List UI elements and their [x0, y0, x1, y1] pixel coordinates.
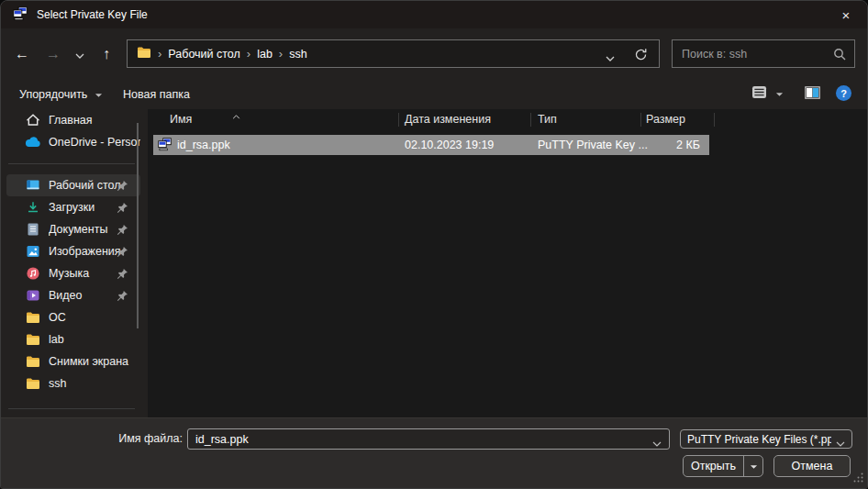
video-icon [25, 288, 41, 303]
back-button[interactable]: ← [8, 41, 36, 67]
sidebar-item-label: ssh [49, 377, 140, 390]
sidebar-item-onedrive[interactable]: OneDrive - Person [6, 131, 140, 153]
home-icon [25, 113, 41, 128]
refresh-icon[interactable] [634, 48, 648, 64]
window-title: Select Private Key File [37, 8, 148, 21]
address-dropdown-icon[interactable] [606, 51, 615, 64]
column-header-type[interactable]: Тип [538, 109, 557, 130]
navigation-pane: Главная OneDrive - Person Рабочий стол [1, 109, 148, 419]
file-row-selected[interactable]: id_rsa.ppk 02.10.2023 19:19 PuTTY Privat… [153, 135, 709, 155]
recent-locations-button[interactable] [69, 41, 91, 67]
sidebar-item-os-folder[interactable]: ОС [6, 306, 140, 328]
pictures-icon [25, 244, 41, 259]
file-size-cell: 2 КБ [676, 135, 700, 155]
breadcrumb-lab[interactable]: lab [257, 48, 273, 61]
pin-icon [117, 180, 128, 194]
resize-grip[interactable] [853, 472, 863, 485]
filename-combobox [187, 428, 670, 450]
sidebar-item-lab-folder[interactable]: lab [6, 328, 140, 350]
sidebar-item-label: Главная [49, 114, 140, 127]
file-type-filter-dropdown[interactable]: PuTTY Private Key Files (*.ppk) [680, 429, 852, 449]
open-split-button: Открыть [683, 455, 763, 477]
sidebar-item-home[interactable]: Главная [6, 109, 140, 131]
folder-icon [25, 310, 41, 325]
file-date-cell: 02.10.2023 19:19 [405, 135, 494, 155]
sort-ascending-icon [232, 109, 240, 122]
pin-icon [117, 290, 128, 305]
chevron-down-icon [775, 87, 784, 100]
views-button[interactable] [751, 85, 784, 102]
pin-icon [117, 224, 128, 239]
file-type-cell: PuTTY Private Key ... [538, 135, 648, 155]
chevron-down-icon [95, 88, 103, 101]
breadcrumb-separator: › [279, 47, 283, 61]
desktop-icon [25, 178, 41, 193]
pin-icon [117, 246, 128, 261]
music-icon [25, 266, 41, 281]
search-icon[interactable] [833, 48, 846, 63]
file-list-pane: Имя Дата изменения Тип Размер id_rsa.ppk… [148, 109, 868, 419]
downloads-icon [25, 200, 41, 215]
dialog-footer: Имя файла: PuTTY Private Key Files (*.pp… [1, 417, 867, 488]
putty-app-icon [13, 6, 28, 24]
column-header-name[interactable]: Имя [170, 109, 192, 130]
sidebar-item-label: OneDrive - Person [49, 136, 140, 149]
forward-button[interactable]: → [39, 41, 67, 67]
file-type-filter-value: PuTTY Private Key Files (*.ppk) [687, 433, 831, 446]
organize-label: Упорядочить [19, 88, 87, 101]
cancel-button[interactable]: Отмена [773, 455, 851, 477]
address-bar[interactable]: › Рабочий стол › lab › ssh [127, 39, 660, 68]
close-button[interactable]: × [825, 1, 867, 28]
sidebar-item-desktop[interactable]: Рабочий стол [6, 174, 140, 196]
sidebar-item-label: ОС [49, 311, 140, 324]
new-folder-label: Новая папка [123, 88, 190, 101]
column-resize-handle[interactable] [530, 113, 531, 127]
open-dropdown-button[interactable] [743, 456, 762, 476]
documents-icon [25, 222, 41, 237]
up-button[interactable]: ↑ [93, 41, 120, 67]
onedrive-icon [25, 135, 41, 150]
titlebar: Select Private Key File × [1, 1, 867, 28]
search-input[interactable] [673, 40, 854, 67]
sidebar-scrollbar[interactable] [137, 123, 139, 328]
breadcrumb-ssh[interactable]: ssh [289, 48, 306, 61]
filename-input[interactable] [188, 429, 669, 449]
breadcrumb-separator: › [247, 47, 250, 61]
pin-icon [117, 202, 128, 217]
chevron-down-icon [836, 437, 845, 450]
file-name-cell: id_rsa.ppk [177, 135, 230, 155]
folder-icon [25, 376, 41, 391]
sidebar-item-label: Снимки экрана [49, 355, 140, 368]
chevron-down-icon [750, 460, 758, 472]
sidebar-item-videos[interactable]: Видео [6, 284, 140, 306]
chevron-down-icon[interactable] [652, 437, 662, 450]
sidebar-item-downloads[interactable]: Загрузки [6, 196, 140, 218]
help-button[interactable]: ? [836, 85, 851, 101]
sidebar-item-screenshots-folder[interactable]: Снимки экрана [6, 350, 140, 372]
filename-label: Имя файла: [93, 428, 183, 450]
sidebar-item-ssh-folder[interactable]: ssh [6, 372, 140, 395]
preview-pane-icon [805, 89, 820, 102]
list-view-icon [751, 85, 767, 102]
open-button[interactable]: Открыть [684, 456, 743, 476]
column-header-size[interactable]: Размер [646, 109, 685, 130]
sidebar-item-music[interactable]: Музыка [6, 262, 140, 284]
new-folder-button[interactable]: Новая папка [123, 85, 190, 104]
folder-icon [137, 46, 151, 61]
sidebar-item-label: lab [49, 333, 140, 346]
folder-icon [25, 354, 41, 369]
column-resize-handle[interactable] [640, 113, 641, 127]
organize-button[interactable]: Упорядочить [19, 85, 103, 104]
breadcrumb-separator: › [158, 47, 161, 61]
search-box [672, 39, 855, 68]
sidebar-item-pictures[interactable]: Изображения [6, 240, 140, 262]
folder-icon [25, 332, 41, 347]
sidebar-divider [1, 153, 148, 174]
breadcrumb-desktop[interactable]: Рабочий стол [168, 48, 239, 61]
preview-pane-button[interactable] [805, 86, 820, 102]
column-resize-handle[interactable] [714, 113, 715, 127]
column-header-date[interactable]: Дата изменения [405, 109, 491, 130]
column-resize-handle[interactable] [398, 113, 399, 127]
chevron-down-icon [75, 46, 84, 62]
sidebar-item-documents[interactable]: Документы [6, 218, 140, 240]
